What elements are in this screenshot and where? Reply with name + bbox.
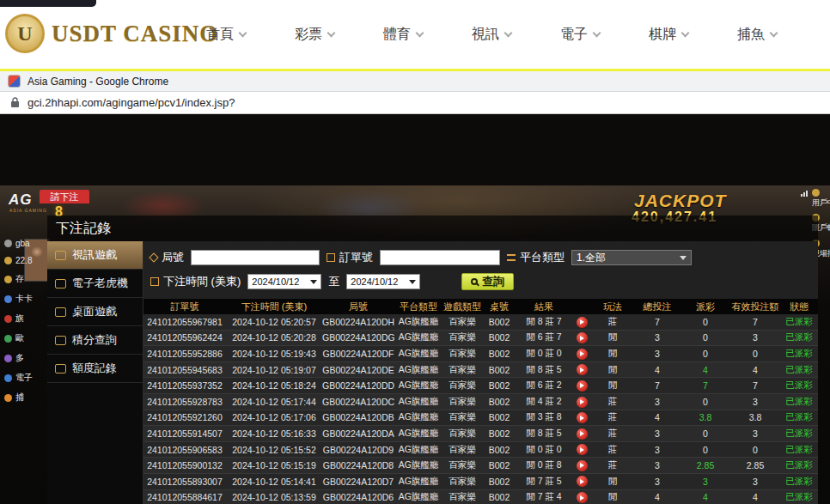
cell-valid: 7	[729, 380, 781, 391]
left-rail-item[interactable]: 卡卡	[4, 293, 47, 305]
chevron-down-icon	[504, 28, 513, 37]
round-input[interactable]	[191, 250, 320, 265]
replay-button[interactable]	[577, 476, 588, 487]
nav-item-label: 彩票	[295, 26, 322, 44]
left-rail-item[interactable]: 存	[4, 273, 47, 285]
nav-item[interactable]: 捕魚	[737, 26, 777, 44]
date-from-picker[interactable]: 2024/10/12	[247, 274, 321, 289]
left-rail-item[interactable]: 多	[4, 352, 47, 364]
cell-play: 閒	[592, 331, 633, 343]
platform-label: 平台類型	[520, 250, 565, 265]
cell-result: 閒 0 莊 0	[516, 348, 571, 360]
replay-button[interactable]	[577, 444, 588, 455]
cell-platform: AG旗艦廳	[394, 476, 442, 488]
nav-item[interactable]: 首頁	[206, 26, 246, 44]
left-rail-item[interactable]: 歐	[4, 332, 47, 344]
play-icon	[580, 351, 584, 356]
cell-status: 已派彩	[781, 380, 817, 392]
screen: U USDT CASINO 首頁彩票體育視訊電子棋牌捕魚 Asia Gaming…	[0, 0, 830, 504]
game-page: AG ASIA GAMING 請下注 8 JACKPOT 420,427.41 …	[0, 185, 830, 504]
cell-table: B002	[482, 492, 516, 502]
nav-item[interactable]: 棋牌	[649, 26, 688, 44]
column-header: 玩法	[592, 301, 633, 313]
panel-title: 下注記錄	[47, 216, 818, 241]
left-rail-item[interactable]: 22.8	[4, 256, 47, 265]
rail-item-label: 多	[15, 352, 24, 364]
cell-payout: 2.85	[681, 460, 729, 471]
cell-replay	[571, 428, 592, 440]
panel-sidebar: 視訊遊戲電子老虎機桌面遊戲積分查詢額度記錄	[47, 241, 143, 504]
cell-bet: 3	[633, 397, 681, 407]
replay-button[interactable]	[577, 317, 588, 328]
cell-status: 已派彩	[781, 459, 817, 471]
round-filter-label-group: 局號	[150, 250, 184, 265]
left-rail-item[interactable]: 電子	[4, 372, 47, 384]
site-logo[interactable]: U USDT CASINO	[5, 14, 218, 53]
search-button[interactable]: 查詢	[461, 273, 514, 290]
replay-button[interactable]	[577, 364, 588, 375]
table-header-row: 訂單號下注時間 (美東)局號平台類型遊戲類型桌號結果玩法總投注派彩有效投注額狀態	[143, 299, 818, 314]
sidebar-item[interactable]: 積分查詢	[47, 326, 143, 355]
cell-valid: 3	[729, 397, 781, 407]
cell-valid: 0	[729, 445, 781, 455]
nav-item[interactable]: 體育	[383, 26, 423, 44]
replay-button[interactable]	[577, 412, 588, 423]
nav-item[interactable]: 彩票	[295, 26, 334, 44]
nav-item[interactable]: 視訊	[472, 26, 511, 44]
replay-button[interactable]	[577, 460, 588, 471]
nav-item-label: 視訊	[472, 26, 499, 44]
sidebar-item[interactable]: 視訊遊戲	[47, 241, 143, 270]
sidebar-item[interactable]: 電子老虎機	[47, 270, 143, 298]
cell-time: 2024-10-12 05:14:41	[226, 477, 322, 487]
chevron-down-icon	[239, 28, 247, 37]
select-arrow-icon	[680, 256, 687, 260]
cell-round: GB00224A120D7	[322, 477, 394, 487]
menu-item-icon	[55, 307, 66, 317]
cell-result: 閒 6 莊 2	[516, 380, 571, 392]
browser-url-bar[interactable]: gci.2hhapi.com/agingame/pcv1/index.jsp?	[0, 92, 830, 114]
right-rail-item[interactable]: 用戶中心	[812, 189, 830, 207]
order-label: 訂單號	[339, 250, 373, 265]
cell-round: GB00224A120D9	[322, 445, 394, 455]
table-row: 2410120559624242024-10-12 05:20:28GB0022…	[143, 331, 818, 347]
replay-button[interactable]	[577, 332, 588, 343]
site-header: U USDT CASINO 首頁彩票體育視訊電子棋牌捕魚	[0, 0, 830, 69]
cell-valid: 3	[729, 332, 781, 343]
nav-item[interactable]: 電子	[560, 26, 600, 44]
sidebar-item[interactable]: 額度記錄	[47, 355, 143, 383]
cell-play: 莊	[592, 444, 633, 456]
browser-title-bar[interactable]: Asia Gaming - Google Chrome	[0, 69, 830, 92]
date-to-picker[interactable]: 2024/10/12	[346, 274, 420, 289]
platform-select[interactable]: 1.全部	[571, 250, 692, 265]
cell-table: B002	[482, 365, 516, 375]
cell-game: 百家樂	[442, 459, 482, 471]
cell-platform: AG旗艦廳	[394, 444, 442, 456]
sidebar-item[interactable]: 桌面遊戲	[47, 298, 143, 326]
replay-button[interactable]	[577, 397, 588, 408]
left-rail-item[interactable]: gba	[4, 239, 47, 248]
replay-button[interactable]	[577, 349, 588, 360]
calendar-icon	[150, 277, 159, 286]
table-body: 2410120559679812024-10-12 05:20:57GB0022…	[143, 314, 818, 504]
menu-item-icon	[55, 336, 66, 345]
cell-play: 莊	[592, 428, 633, 440]
left-rail-item[interactable]: 旗	[4, 313, 47, 325]
chevron-down-icon	[770, 28, 778, 37]
table-row: 2410120559456832024-10-12 05:19:07GB0022…	[143, 362, 818, 379]
cell-order: 241012055952886	[143, 349, 226, 359]
cell-order: 241012055928783	[143, 397, 226, 407]
site-logo-text: USDT CASINO	[52, 21, 218, 47]
order-input[interactable]	[380, 250, 500, 265]
replay-button[interactable]	[577, 428, 588, 440]
cell-bet: 4	[633, 412, 681, 422]
cell-play: 莊	[592, 316, 633, 328]
replay-button[interactable]	[577, 380, 588, 392]
cell-game: 百家樂	[442, 316, 482, 328]
date-arrow-icon	[310, 280, 317, 284]
platform-filter-label-group: 平台類型	[507, 250, 565, 265]
nav-item-label: 棋牌	[649, 26, 676, 44]
cell-time: 2024-10-12 05:20:28	[226, 332, 322, 343]
left-rail-item[interactable]: 捕	[4, 392, 47, 404]
cell-payout: 0	[681, 349, 729, 359]
replay-button[interactable]	[577, 492, 588, 503]
